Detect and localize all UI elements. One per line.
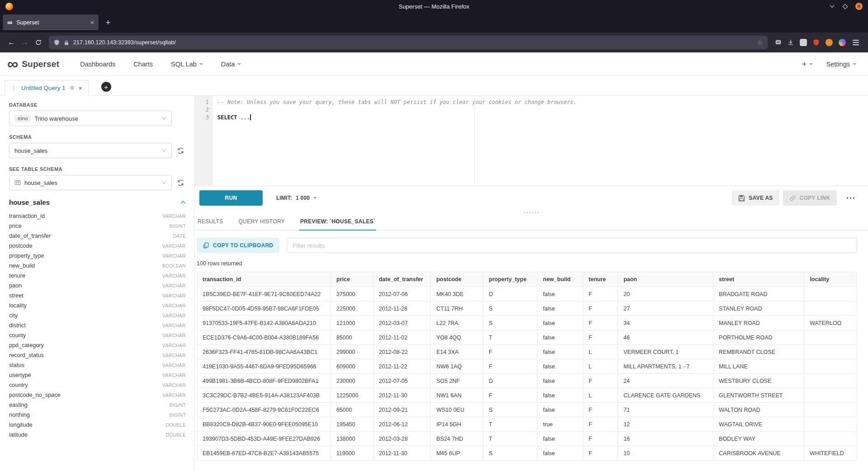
- superset-logo-link[interactable]: ∞ Superset: [7, 58, 59, 70]
- tab-results[interactable]: RESULTS: [197, 218, 224, 231]
- table-cell: L: [583, 345, 618, 359]
- column-header-street[interactable]: street: [713, 272, 804, 287]
- column-list-item[interactable]: date_of_transferDATE: [9, 231, 186, 241]
- column-list-item[interactable]: longitudeDOUBLE: [9, 420, 186, 430]
- schema-select[interactable]: house_sales: [9, 143, 172, 158]
- table-cell: 2012-11-02: [373, 330, 430, 345]
- nav-data[interactable]: Data: [221, 61, 241, 68]
- column-name: latitude: [9, 432, 28, 438]
- lock-icon[interactable]: [64, 40, 69, 46]
- column-header-new_build[interactable]: new_build: [538, 272, 583, 287]
- forward-button[interactable]: →: [18, 36, 32, 49]
- column-header-price[interactable]: price: [331, 272, 373, 287]
- menu-icon[interactable]: [852, 38, 860, 47]
- tab-preview-house-sales[interactable]: PREVIEW: `HOUSE_SALES`: [299, 218, 376, 231]
- shield-icon[interactable]: [54, 39, 60, 46]
- superset-logo-icon: ∞: [7, 58, 18, 70]
- table-cell: 10: [618, 446, 713, 461]
- query-tab[interactable]: ⋮ Untitled Query 1 ×: [5, 80, 89, 96]
- column-header-tenure[interactable]: tenure: [583, 272, 618, 287]
- column-list-item[interactable]: postcode_no_spaceVARCHAR: [9, 390, 186, 400]
- tab-menu-dots-icon[interactable]: ⋮: [11, 85, 17, 91]
- tab-query-history[interactable]: QUERY HISTORY: [238, 218, 286, 231]
- column-list-item[interactable]: ppd_categoryVARCHAR: [9, 340, 186, 350]
- table-cell: [804, 432, 857, 446]
- column-list-item[interactable]: statusVARCHAR: [9, 360, 186, 370]
- new-item-button[interactable]: +: [802, 59, 812, 69]
- nav-dashboards[interactable]: Dashboards: [80, 61, 115, 68]
- database-select[interactable]: trino Trino warehouse: [9, 111, 172, 126]
- window-maximize-icon[interactable]: [842, 4, 848, 9]
- column-list-item[interactable]: new_buildBOOLEAN: [9, 261, 186, 271]
- column-header-date_of_transfer[interactable]: date_of_transfer: [373, 272, 430, 287]
- more-options-icon[interactable]: [844, 194, 858, 202]
- column-header-locality[interactable]: locality: [804, 272, 857, 287]
- column-list-item[interactable]: cityVARCHAR: [9, 311, 186, 320]
- column-list-item[interactable]: record_statusVARCHAR: [9, 350, 186, 360]
- window-shade-icon[interactable]: [829, 4, 835, 9]
- extension-ublock-icon[interactable]: [813, 39, 820, 46]
- back-button[interactable]: ←: [5, 36, 18, 49]
- nav-sql-lab[interactable]: SQL Lab: [171, 61, 203, 68]
- column-name: easting: [9, 402, 28, 408]
- column-list-item[interactable]: latitudeDOUBLE: [9, 430, 186, 440]
- pocket-icon[interactable]: [775, 39, 782, 45]
- query-tab-close-icon[interactable]: ×: [79, 85, 82, 91]
- query-tabstrip: ⋮ Untitled Query 1 × +: [0, 76, 868, 96]
- column-type: VARCHAR: [162, 313, 186, 318]
- table-schema-select[interactable]: house_sales: [9, 175, 172, 190]
- column-list-item[interactable]: transaction_idVARCHAR: [9, 211, 186, 221]
- reload-button[interactable]: [32, 36, 45, 49]
- table-cell: CLARENCE GATE GARDENS: [618, 388, 713, 403]
- url-bar[interactable]: 217.160.120.143:32393/superset/sqllab/ ☆: [49, 36, 768, 49]
- column-list-item[interactable]: countyVARCHAR: [9, 330, 186, 340]
- column-header-property_type[interactable]: property_type: [483, 272, 538, 287]
- column-name: tenure: [9, 273, 25, 279]
- collapse-table-icon[interactable]: [180, 201, 186, 204]
- downloads-icon[interactable]: [788, 39, 794, 45]
- refresh-table-icon[interactable]: [177, 179, 184, 186]
- column-list-item[interactable]: postcodeVARCHAR: [9, 241, 186, 251]
- table-cell: 12: [618, 417, 713, 432]
- plus-icon: +: [802, 59, 807, 69]
- column-list-item[interactable]: countryVARCHAR: [9, 380, 186, 390]
- column-name: district: [9, 322, 26, 329]
- refresh-schema-icon[interactable]: [177, 147, 184, 154]
- column-list-item[interactable]: tenureVARCHAR: [9, 271, 186, 281]
- browser-tab-close-icon[interactable]: ×: [90, 19, 94, 26]
- run-button[interactable]: RUN: [199, 190, 263, 206]
- save-as-button[interactable]: SAVE AS: [732, 190, 779, 206]
- editor-code-area[interactable]: -- Note: Unless you save your query, the…: [213, 96, 868, 186]
- column-header-postcode[interactable]: postcode: [431, 272, 483, 287]
- browser-extension-area: [771, 38, 863, 47]
- table-row: 1B5C39ED-BE7F-41EF-9E71-9C60EED74A223750…: [197, 287, 857, 301]
- column-header-transaction_id[interactable]: transaction_id: [197, 272, 331, 287]
- column-list-item[interactable]: eastingBIGINT: [9, 400, 186, 410]
- browser-tab[interactable]: ∞ Superset ×: [3, 14, 99, 30]
- sql-editor[interactable]: 1 2 3 -- Note: Unless you save your quer…: [195, 96, 868, 186]
- column-header-paon[interactable]: paon: [618, 272, 713, 287]
- column-list-item[interactable]: localityVARCHAR: [9, 301, 186, 311]
- column-list-item[interactable]: streetVARCHAR: [9, 291, 186, 301]
- copy-to-clipboard-button[interactable]: COPY TO CLIPBOARD: [197, 238, 279, 253]
- column-list-item[interactable]: paonVARCHAR: [9, 281, 186, 291]
- window-close-button[interactable]: [855, 3, 863, 10]
- add-query-tab-button[interactable]: +: [101, 82, 111, 92]
- column-list-item[interactable]: districtVARCHAR: [9, 320, 186, 330]
- copy-link-button[interactable]: COPY LINK: [783, 190, 837, 206]
- column-list-item[interactable]: usertypeVARCHAR: [9, 370, 186, 380]
- column-list-item[interactable]: priceBIGINT: [9, 221, 186, 231]
- column-list-item[interactable]: property_typeVARCHAR: [9, 251, 186, 261]
- bookmark-star-icon[interactable]: ☆: [757, 39, 763, 46]
- new-tab-button[interactable]: +: [102, 17, 114, 28]
- settings-menu[interactable]: Settings: [826, 61, 856, 68]
- nav-charts[interactable]: Charts: [133, 61, 153, 68]
- extension-sparkle-icon[interactable]: [839, 39, 846, 46]
- table-cell: false: [538, 287, 583, 301]
- filter-results-input[interactable]: [287, 238, 857, 253]
- pane-resizer-handle[interactable]: [195, 210, 868, 215]
- extension-badger-icon[interactable]: [826, 39, 833, 46]
- limit-dropdown[interactable]: LIMIT: 1 000: [276, 195, 317, 201]
- column-list-item[interactable]: northingBIGINT: [9, 410, 186, 420]
- extension-mask-icon[interactable]: [800, 39, 807, 46]
